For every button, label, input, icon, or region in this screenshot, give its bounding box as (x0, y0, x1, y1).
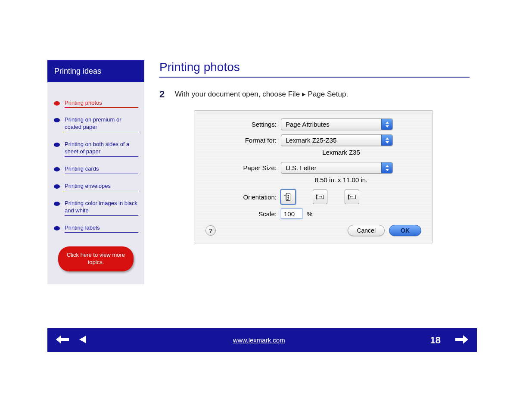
svg-point-5 (54, 202, 60, 206)
dialog-footer: ? Cancel OK (205, 225, 421, 236)
landscape-left-icon (315, 192, 325, 202)
orientation-portrait-button[interactable] (281, 190, 296, 204)
format-for-row: Format for: Lexmark Z25-Z35 (205, 134, 421, 146)
dropdown-arrows-icon (381, 162, 392, 173)
paper-size-label: Paper Size: (205, 164, 281, 171)
sidebar-item-label: Printing on both sides of a sheet of pap… (65, 141, 138, 157)
format-for-select[interactable]: Lexmark Z25-Z35 (281, 134, 393, 146)
triangle-left-icon (78, 334, 88, 345)
help-button[interactable]: ? (205, 225, 216, 236)
dropdown-arrows-icon (381, 135, 392, 146)
step-2: 2 With your document open, choose File ▸… (159, 89, 470, 100)
nav-page-number: 18 (430, 335, 441, 346)
bullet-icon (53, 226, 60, 231)
help-icon: ? (208, 227, 212, 234)
settings-select[interactable]: Page Attributes (281, 118, 393, 130)
arrow-right-solid-icon (454, 334, 469, 345)
sidebar-item-color-bw[interactable]: Printing color images in black and white (53, 195, 138, 219)
sidebar-item-label: Printing color images in black and white (65, 200, 138, 216)
scale-row: Scale: % (205, 209, 421, 219)
bullet-icon (53, 167, 60, 172)
scale-label: Scale: (205, 210, 281, 218)
main-content: Printing photos 2 With your document ope… (159, 60, 470, 243)
paper-size-select[interactable]: U.S. Letter (281, 162, 393, 174)
settings-value: Page Attributes (286, 121, 330, 128)
nav-home-button[interactable] (55, 334, 70, 346)
orientation-row: Orientation: (205, 190, 421, 204)
bullet-icon (53, 142, 60, 147)
bottom-navbar: www.lexmark.com 18 (47, 328, 477, 352)
settings-label: Settings: (205, 121, 281, 128)
nav-next-button[interactable] (454, 334, 469, 346)
bullet-icon (53, 118, 60, 123)
sidebar-item-label: Printing labels (65, 224, 138, 233)
bullet-icon (53, 201, 60, 206)
format-for-value: Lexmark Z25-Z35 (286, 137, 336, 144)
orientation-landscape-right-button[interactable] (345, 190, 359, 204)
sidebar-item-duplex[interactable]: Printing on both sides of a sheet of pap… (53, 136, 138, 160)
scale-input[interactable] (281, 209, 302, 219)
arrow-left-solid-icon (55, 334, 70, 345)
format-for-subtext: Lexmark Z35 (285, 149, 397, 156)
svg-point-6 (54, 226, 60, 230)
step-number: 2 (159, 89, 169, 100)
scale-suffix: % (307, 210, 312, 218)
svg-point-4 (54, 184, 60, 189)
paper-size-subtext: 8.50 in. x 11.00 in. (285, 176, 397, 184)
nav-prev-button[interactable] (78, 334, 88, 346)
dropdown-arrows-icon (381, 119, 392, 130)
svg-point-1 (54, 118, 60, 122)
orientation-landscape-left-button[interactable] (313, 190, 327, 204)
sidebar-items: Printing photos Printing on premium or c… (47, 82, 144, 285)
svg-point-0 (54, 101, 60, 106)
orientation-label: Orientation: (205, 193, 281, 201)
nav-website-link[interactable]: www.lexmark.com (97, 336, 421, 344)
settings-row: Settings: Page Attributes (205, 118, 421, 130)
step-text: With your document open, choose File ▸ P… (175, 89, 348, 100)
bullet-icon (53, 184, 60, 189)
sidebar-more-topics-button[interactable]: Click here to view more topics. (58, 246, 134, 271)
sidebar-item-label: Printing photos (65, 100, 138, 108)
sidebar-item-cards[interactable]: Printing cards (53, 160, 138, 177)
sidebar-item-label: Printing envelopes (65, 183, 138, 191)
portrait-icon (283, 192, 293, 202)
sidebar-item-premium-paper[interactable]: Printing on premium or coated paper (53, 111, 138, 136)
svg-point-3 (54, 167, 60, 171)
landscape-right-icon (347, 192, 357, 202)
paper-size-row: Paper Size: U.S. Letter (205, 162, 421, 174)
svg-point-8 (288, 195, 289, 196)
cancel-button[interactable]: Cancel (348, 225, 385, 236)
bullet-icon (53, 101, 60, 106)
format-for-label: Format for: (205, 137, 281, 144)
sidebar-item-label: Printing cards (65, 165, 138, 174)
page-title: Printing photos (159, 60, 470, 78)
sidebar-title: Printing ideas (47, 60, 144, 82)
paper-size-value: U.S. Letter (286, 164, 317, 171)
ok-button[interactable]: OK (389, 225, 421, 236)
sidebar-item-printing-photos[interactable]: Printing photos (53, 94, 138, 112)
svg-point-2 (54, 143, 60, 147)
sidebar: Printing ideas Printing photos Printing … (47, 60, 144, 284)
sidebar-item-labels[interactable]: Printing labels (53, 219, 138, 237)
sidebar-item-envelopes[interactable]: Printing envelopes (53, 177, 138, 195)
sidebar-item-label: Printing on premium or coated paper (65, 116, 138, 132)
page-setup-dialog: Settings: Page Attributes Format for: Le… (194, 110, 433, 243)
